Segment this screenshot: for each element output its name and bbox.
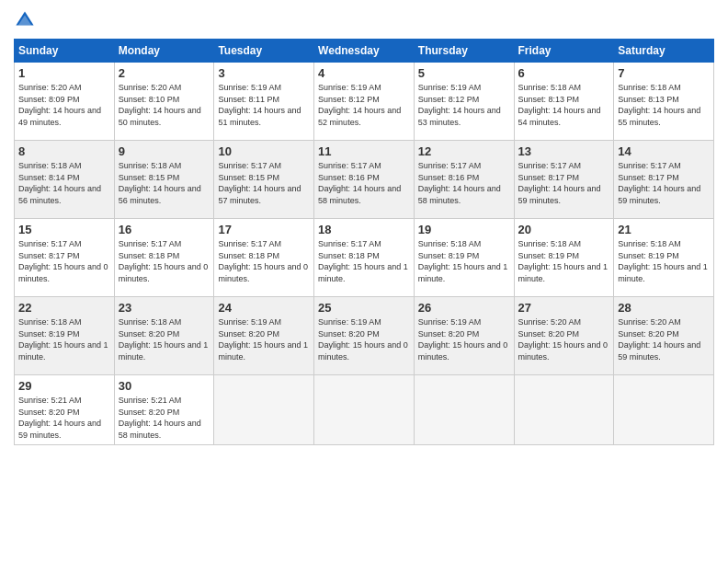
day-cell-12: 12Sunrise: 5:17 AM Sunset: 8:16 PM Dayli…	[414, 141, 514, 219]
empty-cell	[214, 375, 314, 445]
day-number: 19	[418, 223, 510, 236]
day-cell-25: 25Sunrise: 5:19 AM Sunset: 8:20 PM Dayli…	[314, 297, 415, 375]
day-cell-16: 16Sunrise: 5:17 AM Sunset: 8:18 PM Dayli…	[114, 219, 214, 297]
day-info: Sunrise: 5:20 AM Sunset: 8:10 PM Dayligh…	[119, 82, 210, 128]
header-cell-thursday: Thursday	[414, 40, 514, 63]
week-row-3: 15Sunrise: 5:17 AM Sunset: 8:17 PM Dayli…	[15, 219, 714, 297]
day-cell-14: 14Sunrise: 5:17 AM Sunset: 8:17 PM Dayli…	[614, 141, 714, 219]
day-number: 8	[18, 144, 110, 158]
day-cell-2: 2Sunrise: 5:20 AM Sunset: 8:10 PM Daylig…	[114, 63, 214, 141]
day-info: Sunrise: 5:18 AM Sunset: 8:19 PM Dayligh…	[618, 238, 710, 284]
day-info: Sunrise: 5:18 AM Sunset: 8:20 PM Dayligh…	[119, 316, 210, 362]
week-row-1: 1Sunrise: 5:20 AM Sunset: 8:09 PM Daylig…	[15, 63, 714, 141]
day-info: Sunrise: 5:18 AM Sunset: 8:13 PM Dayligh…	[518, 82, 610, 128]
day-number: 5	[418, 66, 510, 80]
header-cell-wednesday: Wednesday	[314, 40, 415, 63]
day-cell-26: 26Sunrise: 5:19 AM Sunset: 8:20 PM Dayli…	[414, 297, 514, 375]
day-info: Sunrise: 5:18 AM Sunset: 8:19 PM Dayligh…	[518, 238, 610, 284]
calendar-table: SundayMondayTuesdayWednesdayThursdayFrid…	[14, 39, 714, 445]
day-cell-21: 21Sunrise: 5:18 AM Sunset: 8:19 PM Dayli…	[614, 219, 714, 297]
day-info: Sunrise: 5:18 AM Sunset: 8:19 PM Dayligh…	[418, 238, 510, 284]
day-cell-19: 19Sunrise: 5:18 AM Sunset: 8:19 PM Dayli…	[414, 219, 514, 297]
day-number: 22	[18, 301, 110, 315]
day-info: Sunrise: 5:18 AM Sunset: 8:14 PM Dayligh…	[18, 160, 110, 206]
day-number: 14	[618, 144, 710, 158]
day-cell-13: 13Sunrise: 5:17 AM Sunset: 8:17 PM Dayli…	[514, 141, 614, 219]
day-cell-15: 15Sunrise: 5:17 AM Sunset: 8:17 PM Dayli…	[15, 219, 115, 297]
day-info: Sunrise: 5:17 AM Sunset: 8:18 PM Dayligh…	[218, 238, 310, 284]
day-number: 13	[518, 144, 610, 158]
header	[14, 9, 714, 31]
day-info: Sunrise: 5:19 AM Sunset: 8:11 PM Dayligh…	[218, 82, 310, 128]
day-number: 12	[418, 144, 510, 158]
day-cell-7: 7Sunrise: 5:18 AM Sunset: 8:13 PM Daylig…	[614, 63, 714, 141]
header-cell-tuesday: Tuesday	[214, 40, 314, 63]
day-cell-20: 20Sunrise: 5:18 AM Sunset: 8:19 PM Dayli…	[514, 219, 614, 297]
day-cell-23: 23Sunrise: 5:18 AM Sunset: 8:20 PM Dayli…	[114, 297, 214, 375]
day-cell-4: 4Sunrise: 5:19 AM Sunset: 8:12 PM Daylig…	[314, 63, 415, 141]
day-number: 21	[618, 223, 710, 236]
header-row: SundayMondayTuesdayWednesdayThursdayFrid…	[15, 40, 714, 63]
header-cell-saturday: Saturday	[614, 40, 714, 63]
empty-cell	[614, 375, 714, 445]
logo	[14, 9, 40, 31]
day-info: Sunrise: 5:21 AM Sunset: 8:20 PM Dayligh…	[18, 395, 110, 441]
day-number: 10	[218, 144, 310, 158]
day-number: 7	[618, 66, 710, 80]
day-cell-9: 9Sunrise: 5:18 AM Sunset: 8:15 PM Daylig…	[114, 141, 214, 219]
day-cell-1: 1Sunrise: 5:20 AM Sunset: 8:09 PM Daylig…	[15, 63, 115, 141]
day-number: 9	[119, 144, 210, 158]
day-number: 28	[618, 301, 710, 315]
day-info: Sunrise: 5:19 AM Sunset: 8:12 PM Dayligh…	[318, 82, 410, 128]
day-info: Sunrise: 5:19 AM Sunset: 8:20 PM Dayligh…	[218, 316, 310, 362]
day-cell-27: 27Sunrise: 5:20 AM Sunset: 8:20 PM Dayli…	[514, 297, 614, 375]
day-cell-6: 6Sunrise: 5:18 AM Sunset: 8:13 PM Daylig…	[514, 63, 614, 141]
header-cell-sunday: Sunday	[15, 40, 115, 63]
day-info: Sunrise: 5:17 AM Sunset: 8:15 PM Dayligh…	[218, 160, 310, 206]
day-cell-30: 30Sunrise: 5:21 AM Sunset: 8:20 PM Dayli…	[114, 375, 214, 445]
day-cell-18: 18Sunrise: 5:17 AM Sunset: 8:18 PM Dayli…	[314, 219, 415, 297]
day-info: Sunrise: 5:18 AM Sunset: 8:19 PM Dayligh…	[18, 316, 110, 362]
day-number: 4	[318, 66, 410, 80]
day-cell-5: 5Sunrise: 5:19 AM Sunset: 8:12 PM Daylig…	[414, 63, 514, 141]
day-number: 27	[518, 301, 610, 315]
day-info: Sunrise: 5:18 AM Sunset: 8:13 PM Dayligh…	[618, 82, 710, 128]
day-info: Sunrise: 5:19 AM Sunset: 8:20 PM Dayligh…	[318, 316, 410, 362]
empty-cell	[414, 375, 514, 445]
day-number: 26	[418, 301, 510, 315]
day-number: 6	[518, 66, 610, 80]
day-number: 18	[318, 223, 410, 236]
day-info: Sunrise: 5:17 AM Sunset: 8:17 PM Dayligh…	[518, 160, 610, 206]
day-number: 20	[518, 223, 610, 236]
day-info: Sunrise: 5:17 AM Sunset: 8:16 PM Dayligh…	[418, 160, 510, 206]
day-cell-17: 17Sunrise: 5:17 AM Sunset: 8:18 PM Dayli…	[214, 219, 314, 297]
day-info: Sunrise: 5:20 AM Sunset: 8:09 PM Dayligh…	[18, 82, 110, 128]
day-number: 2	[119, 66, 210, 80]
day-number: 11	[318, 144, 410, 158]
day-number: 1	[18, 66, 110, 80]
day-info: Sunrise: 5:19 AM Sunset: 8:12 PM Dayligh…	[418, 82, 510, 128]
calendar-page: SundayMondayTuesdayWednesdayThursdayFrid…	[0, 0, 728, 563]
day-cell-29: 29Sunrise: 5:21 AM Sunset: 8:20 PM Dayli…	[15, 375, 115, 445]
day-number: 24	[218, 301, 310, 315]
day-number: 23	[119, 301, 210, 315]
empty-cell	[314, 375, 415, 445]
day-info: Sunrise: 5:17 AM Sunset: 8:17 PM Dayligh…	[618, 160, 710, 206]
day-info: Sunrise: 5:18 AM Sunset: 8:15 PM Dayligh…	[119, 160, 210, 206]
day-number: 16	[119, 223, 210, 236]
header-cell-friday: Friday	[514, 40, 614, 63]
logo-icon	[14, 9, 36, 31]
day-number: 17	[218, 223, 310, 236]
week-row-5: 29Sunrise: 5:21 AM Sunset: 8:20 PM Dayli…	[15, 375, 714, 445]
empty-cell	[514, 375, 614, 445]
day-cell-22: 22Sunrise: 5:18 AM Sunset: 8:19 PM Dayli…	[15, 297, 115, 375]
day-number: 29	[18, 379, 110, 393]
day-info: Sunrise: 5:19 AM Sunset: 8:20 PM Dayligh…	[418, 316, 510, 362]
header-cell-monday: Monday	[114, 40, 214, 63]
day-cell-28: 28Sunrise: 5:20 AM Sunset: 8:20 PM Dayli…	[614, 297, 714, 375]
day-cell-3: 3Sunrise: 5:19 AM Sunset: 8:11 PM Daylig…	[214, 63, 314, 141]
day-cell-24: 24Sunrise: 5:19 AM Sunset: 8:20 PM Dayli…	[214, 297, 314, 375]
week-row-4: 22Sunrise: 5:18 AM Sunset: 8:19 PM Dayli…	[15, 297, 714, 375]
day-number: 15	[18, 223, 110, 236]
day-number: 3	[218, 66, 310, 80]
